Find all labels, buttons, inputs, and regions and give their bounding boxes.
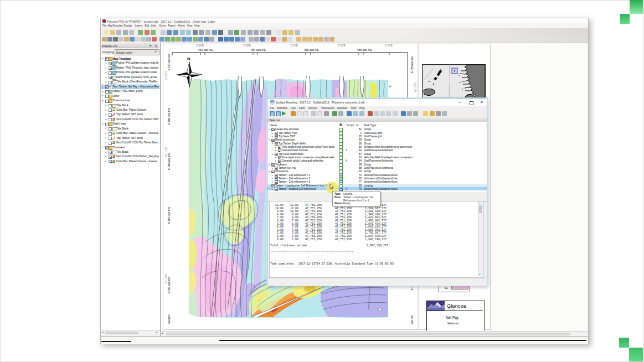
- svg-text:N: N: [187, 56, 190, 61]
